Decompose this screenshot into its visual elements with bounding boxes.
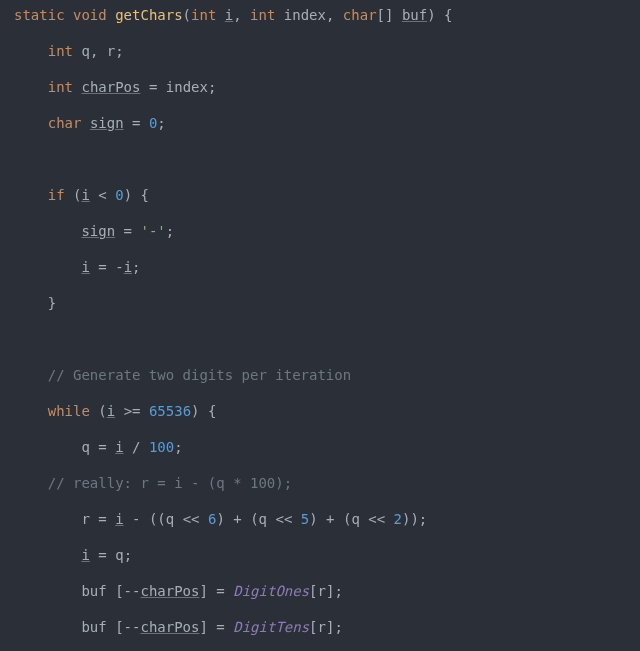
code-line: } xyxy=(14,294,640,312)
code-line: int charPos = index; xyxy=(14,78,640,96)
code-line: i = -i; xyxy=(14,258,640,276)
code-line: while (i >= 65536) { xyxy=(14,402,640,420)
code-editor[interactable]: static void getChars(int i, int index, c… xyxy=(0,0,640,651)
code-line: buf [--charPos] = DigitTens[r]; xyxy=(14,618,640,636)
code-line xyxy=(14,150,640,168)
code-line: static void getChars(int i, int index, c… xyxy=(14,6,640,24)
code-line: // really: r = i - (q * 100); xyxy=(14,474,640,492)
code-line: q = i / 100; xyxy=(14,438,640,456)
code-line: i = q; xyxy=(14,546,640,564)
code-line: sign = '-'; xyxy=(14,222,640,240)
code-line xyxy=(14,330,640,348)
code-line: buf [--charPos] = DigitOnes[r]; xyxy=(14,582,640,600)
code-line: char sign = 0; xyxy=(14,114,640,132)
code-line: if (i < 0) { xyxy=(14,186,640,204)
code-line: int q, r; xyxy=(14,42,640,60)
code-line: // Generate two digits per iteration xyxy=(14,366,640,384)
code-line: r = i - ((q << 6) + (q << 5) + (q << 2))… xyxy=(14,510,640,528)
